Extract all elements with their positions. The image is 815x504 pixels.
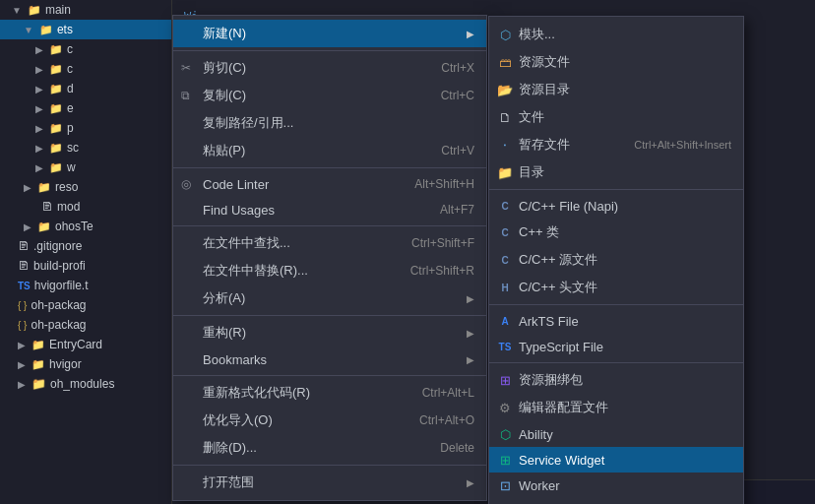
menu-item-openscope[interactable]: 打开范围 ▶	[173, 469, 486, 496]
submenu-item-arkts-label: ArkTS File	[519, 314, 579, 329]
menu-item-refactor[interactable]: 重构(R) ▶	[173, 319, 486, 346]
menu-item-paste[interactable]: 粘贴(P) Ctrl+V	[173, 137, 486, 164]
submenu-item-resourcedir-label: 资源目录	[519, 81, 570, 98]
submenu-item-typescript[interactable]: TS TypeScript File	[489, 334, 743, 359]
menu-item-delete-label: 删除(D)...	[203, 439, 257, 457]
submenu-item-bundle-label: 资源捆绑包	[519, 371, 583, 389]
cpp-source-icon: C	[497, 252, 513, 268]
menu-item-copy[interactable]: ⧉ 复制(C) Ctrl+C	[173, 82, 486, 109]
menu-item-analyze[interactable]: 分析(A) ▶	[173, 284, 486, 312]
submenu-item-file-label: 文件	[519, 108, 544, 126]
menu-separator-4	[173, 315, 486, 316]
submenu-item-bundle[interactable]: ⊞ 资源捆绑包	[489, 366, 743, 394]
submenu-item-resourcefile-label: 资源文件	[519, 53, 570, 71]
menu-item-reformat-label: 重新格式化代码(R)	[203, 384, 310, 402]
submenu-item-visual[interactable]: ◈ Visual ▶	[489, 498, 743, 504]
menu-separator-3	[173, 225, 486, 226]
submenu-item-resourcedir[interactable]: 📂 资源目录	[489, 76, 743, 103]
menu-item-delete[interactable]: 删除(D)... Delete	[173, 434, 486, 462]
submenu-item-resourcefile[interactable]: 🗃 资源文件	[489, 48, 743, 76]
menu-item-copypath[interactable]: 复制路径/引用...	[173, 109, 486, 137]
submenu-item-servicewidget[interactable]: ⊞ Service Widget	[489, 447, 743, 472]
submenu-item-cppheader[interactable]: H C/C++ 头文件	[489, 274, 743, 301]
service-widget-icon: ⊞	[497, 452, 513, 468]
cpp-napi-icon: C	[497, 198, 513, 214]
submenu-item-cppclass-label: C++ 类	[519, 223, 559, 241]
resource-file-icon: 🗃	[497, 54, 513, 70]
submenu-item-worker-label: Worker	[519, 478, 560, 493]
menu-separator-5	[173, 375, 486, 376]
submenu-item-typescript-label: TypeScript File	[519, 340, 603, 354]
submenu-separator-2	[489, 304, 743, 305]
bookmarks-arrow-icon: ▶	[467, 354, 474, 365]
submenu-item-tempfile-label: 暂存文件	[519, 136, 570, 154]
submenu-item-editorconfig-label: 编辑器配置文件	[519, 399, 608, 416]
delete-shortcut: Delete	[440, 441, 474, 455]
menu-item-optimizeimports-label: 优化导入(O)	[203, 411, 273, 429]
submenu-separator-3	[489, 362, 743, 363]
submenu-item-cppnapi[interactable]: C C/C++ File (Napi)	[489, 193, 743, 219]
submenu-item-cppclass[interactable]: C C++ 类	[489, 219, 743, 246]
menu-item-paste-label: 粘贴(P)	[203, 142, 245, 159]
menu-item-replaceinfiles-label: 在文件中替换(R)...	[203, 262, 308, 280]
menu-item-findusages-label: Find Usages	[203, 203, 275, 218]
context-menu-overlay: 新建(N) ▶ ✂ 剪切(C) Ctrl+X ⧉ 复制(C) Ctrl+C 复制…	[0, 0, 815, 504]
menu-item-bookmarks[interactable]: Bookmarks ▶	[173, 346, 486, 372]
optimizeimports-shortcut: Ctrl+Alt+O	[419, 413, 474, 427]
menu-item-analyze-label: 分析(A)	[203, 289, 245, 307]
submenu-item-worker[interactable]: ⊡ Worker	[489, 472, 743, 498]
menu-item-new[interactable]: 新建(N) ▶	[173, 20, 486, 47]
submenu-arrow-icon: ▶	[467, 29, 474, 39]
menu-item-cut[interactable]: ✂ 剪切(C) Ctrl+X	[173, 54, 486, 82]
submenu-item-servicewidget-label: Service Widget	[519, 453, 604, 468]
dir-icon: 📁	[497, 164, 513, 180]
analyze-arrow-icon: ▶	[467, 293, 474, 304]
submenu-item-file[interactable]: 🗋 文件	[489, 103, 743, 131]
paste-shortcut: Ctrl+V	[441, 144, 474, 158]
menu-item-refactor-label: 重构(R)	[203, 324, 246, 342]
cut-shortcut: Ctrl+X	[441, 61, 474, 75]
submenu-item-editorconfig[interactable]: ⚙ 编辑器配置文件	[489, 394, 743, 421]
menu-separator-1	[173, 50, 486, 51]
submenu-item-module[interactable]: ⬡ 模块...	[489, 21, 743, 48]
menu-item-copypath-label: 复制路径/引用...	[203, 114, 293, 132]
menu-item-replaceinfiles[interactable]: 在文件中替换(R)... Ctrl+Shift+R	[173, 257, 486, 284]
typescript-icon: TS	[497, 339, 513, 354]
worker-icon: ⊡	[497, 477, 513, 493]
menu-separator-2	[173, 167, 486, 168]
editor-config-icon: ⚙	[497, 400, 513, 415]
menu-item-findusages[interactable]: Find Usages Alt+F7	[173, 197, 486, 222]
cpp-header-icon: H	[497, 280, 513, 295]
submenu-separator-1	[489, 189, 743, 190]
copy-shortcut: Ctrl+C	[441, 89, 474, 102]
linter-shortcut: Alt+Shift+H	[414, 177, 474, 191]
resource-dir-icon: 📂	[497, 82, 513, 97]
submenu-item-tempfile[interactable]: ⬝ 暂存文件 Ctrl+Alt+Shift+Insert	[489, 131, 743, 158]
linter-icon: ◎	[181, 177, 191, 191]
ability-icon: ⬡	[497, 426, 513, 442]
submenu-item-dir[interactable]: 📁 目录	[489, 158, 743, 186]
replaceinfiles-shortcut: Ctrl+Shift+R	[410, 264, 474, 278]
file-new-icon: 🗋	[497, 109, 513, 125]
submenu-new: ⬡ 模块... 🗃 资源文件 📂 资源目录 🗋 文件 ⬝ 暂存文件 Ctrl+A…	[488, 16, 744, 504]
submenu-item-ability-label: Ability	[519, 427, 553, 442]
submenu-item-cppheader-label: C/C++ 头文件	[519, 279, 597, 296]
menu-item-findinfiles-label: 在文件中查找...	[203, 234, 290, 252]
findinfiles-shortcut: Ctrl+Shift+F	[411, 236, 474, 250]
menu-item-cut-label: 剪切(C)	[203, 59, 246, 77]
temp-file-icon: ⬝	[497, 137, 513, 153]
menu-item-findinfiles[interactable]: 在文件中查找... Ctrl+Shift+F	[173, 229, 486, 257]
submenu-item-cppsource[interactable]: C C/C++ 源文件	[489, 246, 743, 274]
submenu-item-ability[interactable]: ⬡ Ability	[489, 421, 743, 447]
reformat-shortcut: Ctrl+Alt+L	[422, 386, 474, 400]
module-icon: ⬡	[497, 27, 513, 42]
submenu-item-cppsource-label: C/C++ 源文件	[519, 251, 597, 269]
submenu-item-arkts[interactable]: A ArkTS File	[489, 308, 743, 334]
arkts-icon: A	[497, 313, 513, 329]
menu-item-reformat[interactable]: 重新格式化代码(R) Ctrl+Alt+L	[173, 379, 486, 407]
menu-item-optimizeimports[interactable]: 优化导入(O) Ctrl+Alt+O	[173, 407, 486, 434]
menu-item-linter-label: Code Linter	[203, 177, 269, 192]
submenu-item-dir-label: 目录	[519, 163, 544, 181]
openscope-arrow-icon: ▶	[467, 477, 474, 488]
menu-item-linter[interactable]: ◎ Code Linter Alt+Shift+H	[173, 171, 486, 197]
